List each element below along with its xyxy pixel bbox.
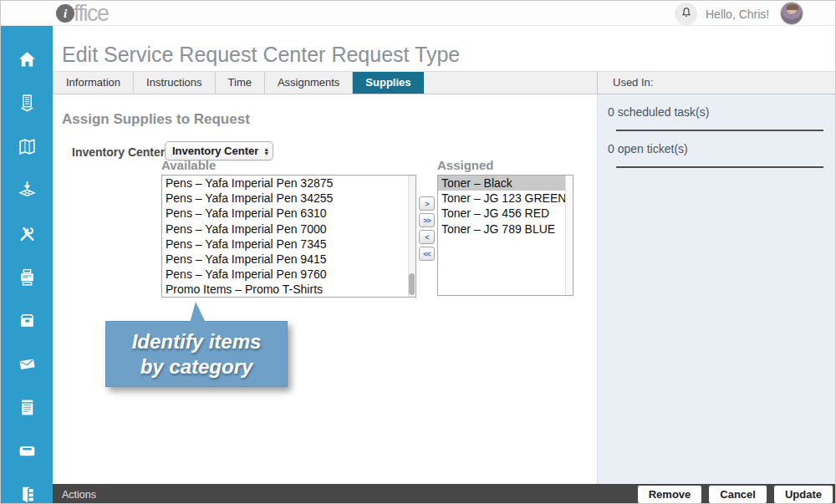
list-item[interactable]: Pens – Yafa Imperial Pen 6310 — [162, 206, 415, 221]
list-item[interactable]: Pens – Yafa Imperial Pen 9415 — [162, 252, 415, 267]
tab-instructions[interactable]: Instructions — [134, 72, 215, 94]
supplies-panel: Assign Supplies to Request Inventory Cen… — [53, 94, 597, 484]
tab-assignments[interactable]: Assignments — [265, 72, 353, 94]
move-icon — [17, 180, 38, 204]
list-item[interactable]: Pens – Yafa Imperial Pen 9760 — [162, 267, 415, 282]
sidebar-item-home[interactable] — [16, 51, 38, 72]
update-button[interactable]: Update — [774, 486, 833, 503]
inventory-center-selected-value: Inventory Center — [172, 145, 258, 157]
scheduled-tasks-stat: 0 scheduled task(s) — [598, 94, 836, 131]
cancel-button[interactable]: Cancel — [709, 486, 767, 503]
sidebar-nav — [1, 26, 53, 504]
tab-supplies[interactable]: Supplies — [353, 72, 423, 94]
actions-label: Actions — [62, 489, 638, 501]
transfer-buttons: > >> < << — [419, 196, 435, 261]
available-listbox[interactable]: Pens – Yafa Imperial Pen 32875 Pens – Ya… — [161, 175, 416, 298]
logo-text: ffice — [74, 4, 109, 23]
list-item[interactable]: Toner – JG 789 BLUE — [438, 221, 573, 237]
select-arrows-icon: ▲▼ — [263, 147, 269, 155]
move-all-right-button[interactable]: >> — [419, 213, 435, 227]
sidebar-item-file-storage[interactable] — [16, 486, 38, 504]
sidebar-item-service-request[interactable] — [16, 225, 38, 246]
tooltip-arrow — [190, 302, 206, 323]
list-item-selected[interactable]: Toner – Black — [438, 176, 573, 191]
assigned-listbox[interactable]: Toner – Black Toner – JG 123 GREEN Toner… — [437, 175, 573, 296]
logo-i-icon: i — [56, 4, 74, 23]
tab-bar: Information Instructions Time Assignment… — [53, 71, 597, 94]
copier-icon — [17, 267, 38, 291]
list-item[interactable]: Pens – Yafa Imperial Pen 32875 — [162, 176, 415, 191]
tooltip-text-line2: by category — [140, 354, 253, 379]
sidebar-item-copy-center[interactable] — [16, 268, 38, 289]
list-item[interactable]: Pens – Yafa Imperial Pen 34255 — [162, 191, 415, 206]
app-window: i ffice Hello, Chris! — [0, 0, 836, 504]
home-icon — [17, 49, 38, 74]
open-tickets-count: 0 open ticket(s) — [608, 142, 825, 155]
sidebar-item-buildings[interactable] — [16, 94, 38, 115]
scheduled-tasks-count: 0 scheduled task(s) — [608, 105, 825, 119]
map-icon — [17, 136, 38, 160]
assigned-scrollbar[interactable] — [565, 176, 573, 295]
section-heading: Assign Supplies to Request — [62, 111, 250, 128]
list-item[interactable]: Toner – JG 123 GREEN — [438, 191, 573, 206]
building-icon — [17, 93, 38, 117]
cabinet-icon — [17, 484, 38, 504]
sidebar-item-moves[interactable] — [16, 181, 38, 202]
used-in-panel: 0 scheduled task(s) 0 open ticket(s) — [597, 94, 836, 484]
list-item[interactable]: Promo Items – Promo T-Shirts — [162, 282, 415, 297]
top-header: i ffice Hello, Chris! — [1, 1, 836, 26]
list-item[interactable]: Pens – Yafa Imperial Pen 7000 — [162, 221, 415, 237]
inventory-center-label: Inventory Center — [72, 145, 165, 159]
tooltip-text-line1: Identify items — [132, 329, 262, 354]
assigned-list-header: Assigned — [437, 158, 494, 172]
tab-time[interactable]: Time — [216, 72, 265, 94]
actions-bar: Actions Remove Cancel Update — [53, 484, 836, 504]
category-tooltip: Identify items by category — [105, 321, 288, 387]
notepad-icon — [17, 397, 38, 421]
user-avatar[interactable] — [780, 2, 803, 25]
badge-icon — [17, 440, 38, 465]
tools-icon — [17, 223, 38, 247]
move-right-button[interactable]: > — [419, 196, 435, 211]
remove-button[interactable]: Remove — [638, 486, 702, 503]
sidebar-item-tickets[interactable] — [16, 399, 38, 420]
move-left-button[interactable]: < — [419, 230, 435, 244]
available-scrollbar[interactable] — [408, 176, 415, 297]
box-icon — [17, 310, 38, 334]
available-list-header: Available — [161, 158, 216, 172]
open-tickets-stat: 0 open ticket(s) — [598, 131, 836, 168]
bell-icon — [680, 6, 693, 23]
list-item[interactable]: Pens – Yafa Imperial Pen 7345 — [162, 237, 415, 252]
sidebar-item-mail[interactable] — [16, 355, 38, 376]
page-title: Edit Service Request Center Request Type — [62, 43, 460, 67]
sidebar-item-visitors[interactable] — [16, 442, 38, 463]
ioffice-logo: i ffice — [56, 4, 109, 23]
envelope-icon — [17, 354, 38, 378]
tab-information[interactable]: Information — [53, 72, 134, 94]
list-item[interactable]: Toner – JG 456 RED — [438, 206, 573, 221]
notifications-button[interactable] — [675, 3, 697, 25]
used-in-header: Used In: — [597, 71, 836, 94]
sidebar-item-inventory[interactable] — [16, 312, 38, 333]
user-greeting[interactable]: Hello, Chris! — [706, 8, 769, 21]
divider — [616, 166, 823, 168]
move-all-left-button[interactable]: << — [419, 247, 435, 261]
scrollbar-thumb[interactable] — [409, 273, 415, 295]
sidebar-item-maps[interactable] — [16, 138, 38, 159]
